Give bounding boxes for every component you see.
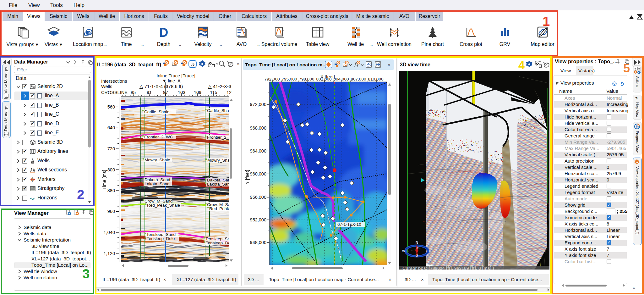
svg-text:Lakota_Sand: Lakota_Sand [145, 181, 170, 186]
svg-text:Frontier_2_W: Frontier_2_W [207, 135, 229, 140]
svg-text:S: S [416, 253, 418, 258]
svg-text:Carlile_Shale: Carlile_Shale [144, 109, 169, 114]
svg-text:»: » [237, 61, 239, 66]
svg-text:Mowry_Shal: Mowry_Shal [207, 158, 229, 163]
svg-text:D: D [159, 25, 168, 39]
svg-text:Lakota_San: Lakota_San [207, 182, 229, 186]
svg-text:W: W [402, 249, 405, 253]
svg-text:Mowry_Shale: Mowry_Shale [145, 158, 170, 162]
svg-text:Tensleep_Dol: Tensleep_Dol [206, 241, 229, 245]
svg-text:N: N [416, 240, 418, 245]
svg-text:%: % [636, 125, 639, 128]
svg-text:Red_Peak_S: Red_Peak_S [209, 206, 229, 211]
svg-text:Frontier_2_WC: Frontier_2_WC [144, 135, 173, 139]
svg-text:Tensleep_Dolo: Tensleep_Dolo [147, 236, 175, 241]
svg-text:67-1-TpX-10: 67-1-TpX-10 [337, 222, 361, 227]
svg-text:Cursor pos: (789024 [ft], 9631: Cursor pos: (789024 [ft], 963169 [ft], 0… [402, 266, 494, 270]
svg-text:»: » [388, 62, 390, 67]
svg-text:E: E [429, 249, 431, 253]
svg-text:Carlile_Shale: Carlile_Shale [207, 108, 229, 113]
svg-text:-T: -T [416, 247, 419, 250]
svg-text:Red_Peak_Shale: Red_Peak_Shale [147, 203, 180, 208]
